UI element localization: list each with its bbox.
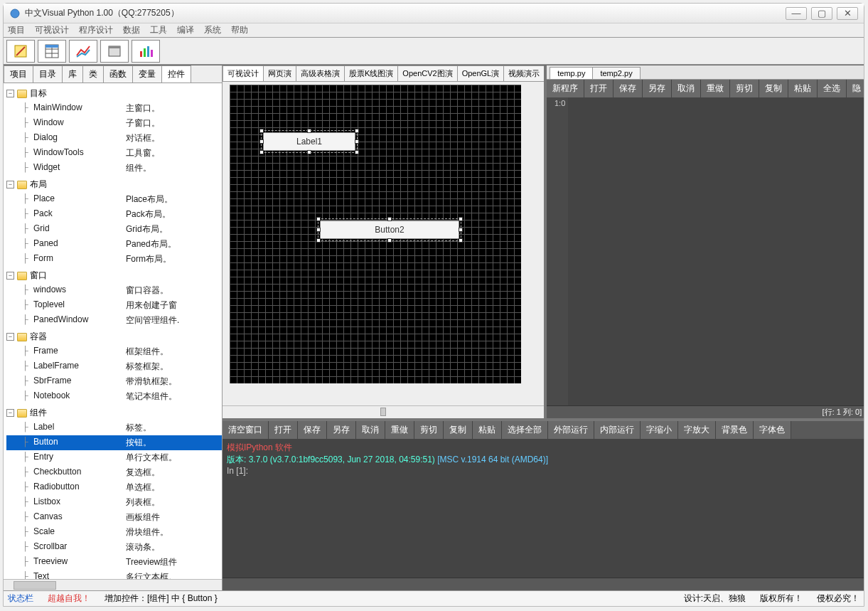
menu-0[interactable]: 项目 xyxy=(8,24,25,36)
design-tab-0[interactable]: 可视设计 xyxy=(223,65,264,81)
component-tree[interactable]: −目标MainWindow主窗口。Window子窗口。Dialog对话框。Win… xyxy=(4,83,222,579)
left-scrollbar[interactable] xyxy=(4,579,222,590)
left-tab-4[interactable]: 函数 xyxy=(103,65,133,83)
tree-group-0[interactable]: −目标 xyxy=(6,86,222,101)
code-btn-2[interactable]: 保存 xyxy=(614,80,643,97)
expander-icon[interactable]: − xyxy=(6,90,14,97)
close-button[interactable]: ✕ xyxy=(837,7,858,20)
minimize-button[interactable]: — xyxy=(786,7,807,20)
console-scrollbar[interactable] xyxy=(223,578,864,590)
code-btn-3[interactable]: 另存 xyxy=(643,80,672,97)
tree-item-布局-Form[interactable]: FormForm布局。 xyxy=(6,252,222,267)
menu-3[interactable]: 数据 xyxy=(123,24,140,36)
tree-item-组件-Scale[interactable]: Scale滑块组件。 xyxy=(6,525,222,540)
console-btn-15[interactable]: 字体色 xyxy=(754,421,791,439)
code-tab-0[interactable]: temp.py xyxy=(550,67,593,79)
code-btn-7[interactable]: 复制 xyxy=(759,80,788,97)
tree-item-组件-Entry[interactable]: Entry单行文本框。 xyxy=(6,450,222,465)
tree-item-目标-MainWindow[interactable]: MainWindow主窗口。 xyxy=(6,101,222,116)
tree-group-1[interactable]: −布局 xyxy=(6,177,222,192)
tree-item-目标-Window[interactable]: Window子窗口。 xyxy=(6,116,222,131)
code-btn-8[interactable]: 粘贴 xyxy=(788,80,818,97)
label1-selection[interactable]: Label1 xyxy=(261,130,358,153)
tree-item-窗口-windows[interactable]: windows窗口容器。 xyxy=(6,283,222,298)
code-btn-9[interactable]: 全选 xyxy=(818,80,847,97)
code-btn-5[interactable]: 重做 xyxy=(701,80,730,97)
console-output[interactable]: 模拟IPython 软件 版本: 3.7.0 (v3.7.0:1bf9cc509… xyxy=(223,439,864,578)
tree-item-布局-Pack[interactable]: PackPack布局。 xyxy=(6,207,222,222)
code-btn-6[interactable]: 剪切 xyxy=(730,80,759,97)
tool-line-chart-icon[interactable] xyxy=(69,40,97,63)
tree-item-组件-Button[interactable]: Button按钮。 xyxy=(6,435,222,450)
canvas-scrollbar[interactable] xyxy=(223,405,544,418)
expander-icon[interactable]: − xyxy=(6,409,14,417)
tool-table-icon[interactable] xyxy=(38,40,66,63)
tree-group-3[interactable]: −容器 xyxy=(6,329,222,344)
tree-item-容器-LabelFrame[interactable]: LabelFrame标签框架。 xyxy=(6,359,222,374)
tree-item-容器-Notebook[interactable]: Notebook笔记本组件。 xyxy=(6,389,222,404)
tree-item-组件-Treeview[interactable]: TreeviewTreeview组件 xyxy=(6,555,222,570)
design-tab-3[interactable]: 股票K线图演 xyxy=(344,65,398,81)
tree-item-组件-Label[interactable]: Label标签。 xyxy=(6,420,222,435)
design-tab-5[interactable]: OpenGL演 xyxy=(457,65,505,81)
tool-edit-icon[interactable] xyxy=(6,40,35,63)
design-canvas[interactable]: Label1 Button2 xyxy=(223,82,544,405)
console-btn-2[interactable]: 保存 xyxy=(298,421,327,439)
left-tab-0[interactable]: 项目 xyxy=(4,65,33,83)
tree-item-窗口-PanedWindow[interactable]: PanedWindow空间管理组件. xyxy=(6,313,222,328)
left-tab-2[interactable]: 库 xyxy=(62,65,83,83)
code-btn-4[interactable]: 取消 xyxy=(672,80,701,97)
menu-6[interactable]: 系统 xyxy=(204,24,221,36)
tree-item-目标-WindowTools[interactable]: WindowTools工具窗。 xyxy=(6,146,222,161)
console-btn-13[interactable]: 字放大 xyxy=(678,421,716,439)
tree-item-组件-Listbox[interactable]: Listbox列表框。 xyxy=(6,495,222,510)
expander-icon[interactable]: − xyxy=(6,333,14,341)
tree-item-组件-Checkbutton[interactable]: Checkbutton复选框。 xyxy=(6,465,222,480)
console-btn-4[interactable]: 取消 xyxy=(356,421,385,439)
left-tab-1[interactable]: 目录 xyxy=(33,65,63,83)
widget-button2[interactable]: Button2 xyxy=(320,221,459,239)
console-btn-12[interactable]: 字缩小 xyxy=(641,421,678,439)
left-tab-6[interactable]: 控件 xyxy=(161,65,191,83)
expander-icon[interactable]: − xyxy=(6,272,14,280)
maximize-button[interactable]: ▢ xyxy=(811,7,832,20)
tree-group-4[interactable]: −组件 xyxy=(6,405,222,420)
design-tab-1[interactable]: 网页演 xyxy=(263,65,296,81)
tree-item-组件-Text[interactable]: Text多行文本框。 xyxy=(6,570,222,579)
menu-2[interactable]: 程序设计 xyxy=(79,24,113,36)
console-btn-14[interactable]: 背景色 xyxy=(716,421,754,439)
tool-window-icon[interactable] xyxy=(100,40,129,63)
code-btn-10[interactable]: 隐 xyxy=(847,80,864,97)
tree-item-布局-Place[interactable]: PlacePlace布局。 xyxy=(6,192,222,207)
design-tab-4[interactable]: OpenCV2图演 xyxy=(397,65,457,81)
tree-item-组件-Scrollbar[interactable]: Scrollbar滚动条。 xyxy=(6,540,222,555)
console-btn-9[interactable]: 选择全部 xyxy=(502,421,548,439)
tree-group-2[interactable]: −窗口 xyxy=(6,268,222,283)
console-btn-1[interactable]: 打开 xyxy=(269,421,298,439)
code-btn-1[interactable]: 打开 xyxy=(584,80,614,97)
code-btn-0[interactable]: 新程序 xyxy=(547,80,584,97)
button2-selection[interactable]: Button2 xyxy=(318,218,461,241)
design-tab-6[interactable]: 视频演示 xyxy=(503,65,544,81)
expander-icon[interactable]: − xyxy=(6,181,14,188)
menu-4[interactable]: 工具 xyxy=(150,24,167,36)
tree-item-布局-Grid[interactable]: GridGrid布局。 xyxy=(6,222,222,237)
left-tab-3[interactable]: 类 xyxy=(82,65,104,83)
console-btn-10[interactable]: 外部运行 xyxy=(548,421,594,439)
tree-item-组件-Radiobutton[interactable]: Radiobutton单选框。 xyxy=(6,480,222,495)
console-btn-3[interactable]: 另存 xyxy=(327,421,356,439)
widget-label1[interactable]: Label1 xyxy=(263,132,355,151)
tree-item-目标-Widget[interactable]: Widget组件。 xyxy=(6,161,222,176)
console-btn-8[interactable]: 粘贴 xyxy=(473,421,502,439)
menu-1[interactable]: 可视设计 xyxy=(35,24,69,36)
tree-item-容器-SbrFrame[interactable]: SbrFrame带滑轨框架。 xyxy=(6,374,222,389)
menu-5[interactable]: 编译 xyxy=(177,24,194,36)
code-tab-1[interactable]: temp2.py xyxy=(592,67,640,79)
console-btn-0[interactable]: 清空窗口 xyxy=(223,421,269,439)
tree-item-组件-Canvas[interactable]: Canvas画板组件 xyxy=(6,510,222,525)
tree-item-目标-Dialog[interactable]: Dialog对话框。 xyxy=(6,131,222,146)
console-btn-5[interactable]: 重做 xyxy=(385,421,414,439)
code-editor[interactable] xyxy=(568,97,864,405)
design-tab-2[interactable]: 高级表格演 xyxy=(296,65,345,81)
tree-item-布局-Paned[interactable]: PanedPaned布局。 xyxy=(6,237,222,252)
